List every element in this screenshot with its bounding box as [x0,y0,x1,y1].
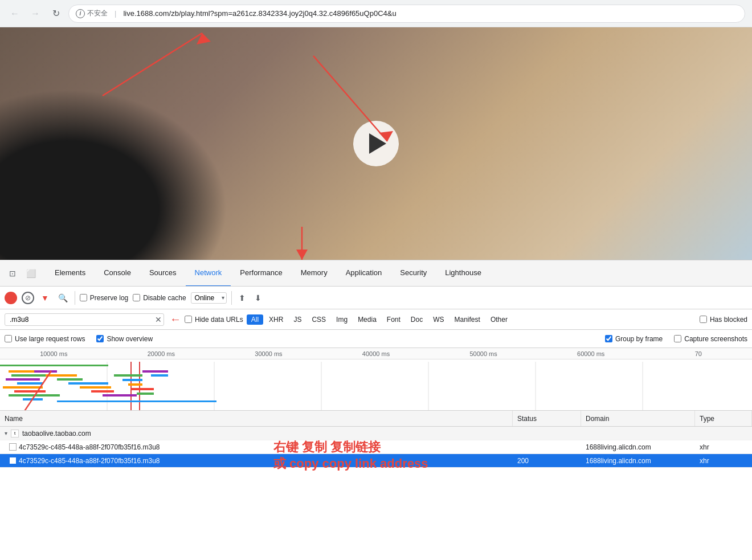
devtools-tabs: ⊡ ⬜ Elements Console Sources Network Per… [0,260,752,287]
svg-rect-36 [142,370,168,373]
filter-input-wrapper: ✕ [5,313,164,326]
capture-screenshots-label[interactable]: Capture screenshots [674,335,747,343]
svg-rect-22 [9,394,60,397]
group-by-frame-checkbox[interactable] [605,335,612,342]
filter-arrow-annotation: ← [170,313,181,326]
filter-type-buttons: All XHR JS CSS Img Media Font Doc WS Man… [247,314,512,325]
filter-type-ws[interactable]: WS [428,314,448,325]
svg-rect-31 [114,374,142,377]
record-button[interactable] [5,292,17,304]
svg-rect-25 [46,374,77,377]
tab-security[interactable]: Security [391,260,436,287]
cell-status-1 [513,440,581,453]
info-icon: i [76,9,85,18]
hide-data-urls-label[interactable]: Hide data URLs [185,316,243,324]
cell-domain-2: 1688living.alicdn.com [581,454,695,467]
device-toolbar-button[interactable]: ⬜ [23,265,39,281]
filter-type-img[interactable]: Img [332,314,352,325]
svg-rect-16 [9,370,37,373]
filter-input[interactable] [5,313,164,326]
ruler-tick-4: 40000 ms [322,350,430,357]
video-area [0,27,752,260]
tab-elements[interactable]: Elements [46,260,95,287]
filter-type-all[interactable]: All [247,314,263,325]
refresh-button[interactable]: ↻ [48,6,64,22]
filter-type-xhr[interactable]: XHR [264,314,288,325]
disable-cache-checkbox[interactable] [133,294,140,301]
show-overview-label[interactable]: Show overview [96,335,153,343]
group-row-taobaolive[interactable]: ▾ t taobaolive.taobao.com [0,427,752,440]
ruler-tick-7: 70 [644,350,752,357]
play-icon [369,133,386,154]
toolbar-divider-1 [75,291,75,305]
preserve-log-checkbox-label[interactable]: Preserve log [80,294,128,302]
svg-rect-14 [0,365,108,366]
throttle-select[interactable]: Online [191,292,227,304]
cell-name-2: 4c73529c-c485-448a-a88f-2f070fb35f16.m3u… [0,454,513,467]
has-blocked-checkbox[interactable] [700,316,707,323]
timeline-chart [0,359,752,411]
insecure-badge: i 不安全 [76,9,108,18]
filter-type-other[interactable]: Other [486,314,512,325]
network-table[interactable]: Name Status Domain Type ▾ t taobaolive.t… [0,411,752,560]
tab-network[interactable]: Network [186,260,231,287]
disable-cache-checkbox-label[interactable]: Disable cache [133,294,186,302]
back-button[interactable]: ← [7,6,23,22]
table-row[interactable]: 4c73529c-c485-448a-a88f-2f070fb35f16.m3u… [0,440,752,454]
filter-clear-button[interactable]: ✕ [155,315,162,324]
row-checkbox-1[interactable] [9,443,17,451]
address-bar[interactable]: i 不安全 | live.1688.com/zb/play.html?spm=a… [68,5,745,23]
use-large-rows-label[interactable]: Use large request rows [5,335,85,343]
filter-type-font[interactable]: Font [382,314,405,325]
options-right: Group by frame Capture screenshots [605,335,747,343]
group-chevron-icon: ▾ [5,430,7,436]
filter-icon[interactable]: ▼ [39,292,51,304]
row-checkbox-2[interactable] [9,457,17,464]
devtools-panel: ⊡ ⬜ Elements Console Sources Network Per… [0,260,752,560]
ruler-tick-5: 50000 ms [430,350,537,357]
cell-status-2: 200 [513,454,581,467]
table-header: Name Status Domain Type [0,411,752,427]
waterfall-svg [0,362,752,411]
clear-button[interactable]: ⊘ [22,292,34,304]
cell-name-1: 4c73529c-c485-448a-a88f-2f070fb35f16.m3u… [0,440,513,453]
forward-button[interactable]: → [27,6,43,22]
insecure-label: 不安全 [87,9,108,18]
filter-type-manifest[interactable]: Manifest [450,314,485,325]
toolbar-divider-2 [231,291,232,305]
tab-lighthouse[interactable]: Lighthouse [436,260,491,287]
filter-type-js[interactable]: JS [289,314,306,325]
download-icon[interactable]: ⬇ [252,292,264,304]
use-large-rows-checkbox[interactable] [5,335,12,342]
cell-type-1: xhr [695,440,752,453]
filter-type-css[interactable]: CSS [307,314,330,325]
group-by-frame-label[interactable]: Group by frame [605,335,663,343]
play-button[interactable] [353,121,399,166]
network-toolbar: ⊘ ▼ 🔍 Preserve log Disable cache Online [0,287,752,309]
hide-data-urls-checkbox[interactable] [185,316,192,323]
svg-rect-37 [151,374,168,377]
tab-console[interactable]: Console [95,260,140,287]
svg-rect-26 [57,378,83,381]
filter-type-media[interactable]: Media [353,314,381,325]
search-icon[interactable]: 🔍 [56,292,70,304]
options-left: Use large request rows Show overview [5,335,153,343]
url-text: live.1688.com/zb/play.html?spm=a261cz.83… [123,9,396,18]
timeline-area: 10000 ms 20000 ms 30000 ms 40000 ms 5000… [0,348,752,411]
browser-chrome: ← → ↻ i 不安全 | live.1688.com/zb/play.html… [0,0,752,560]
inspect-element-button[interactable]: ⊡ [5,265,21,281]
tab-sources[interactable]: Sources [140,260,186,287]
filter-type-doc[interactable]: Doc [406,314,427,325]
svg-rect-27 [68,382,108,385]
tab-application[interactable]: Application [337,260,391,287]
capture-screenshots-checkbox[interactable] [674,335,681,342]
show-overview-checkbox[interactable] [96,335,104,342]
table-row-selected[interactable]: 4c73529c-c485-448a-a88f-2f070fb35f16.m3u… [0,454,752,468]
tab-performance[interactable]: Performance [231,260,291,287]
video-overlay [0,27,752,260]
upload-icon[interactable]: ⬆ [236,292,248,304]
tab-memory[interactable]: Memory [292,260,337,287]
svg-rect-15 [57,400,216,402]
preserve-log-checkbox[interactable] [80,294,87,301]
svg-rect-35 [137,393,154,395]
